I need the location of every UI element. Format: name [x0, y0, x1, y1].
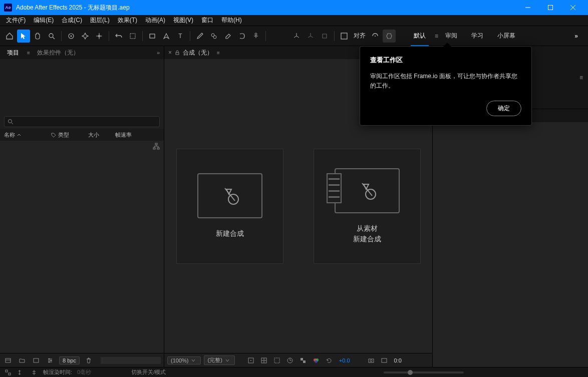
guides-icon[interactable]	[259, 355, 269, 365]
brush-tool[interactable]	[193, 30, 206, 43]
reset-exposure-icon[interactable]	[324, 355, 334, 365]
svg-rect-54	[274, 358, 279, 363]
workspace-default[interactable]: 默认	[407, 27, 433, 45]
effects-presets-body[interactable]	[433, 122, 588, 367]
hand-tool[interactable]	[31, 30, 44, 43]
project-tab-menu-icon[interactable]: ≡	[27, 50, 30, 56]
anchor-tool[interactable]	[93, 30, 106, 43]
col-size-label[interactable]: 大小	[88, 131, 108, 139]
bpc-button[interactable]: 8 bpc	[59, 356, 80, 364]
workspace-tooltip: 查看工作区 审阅工作区包括 Frame.io 面板，可让您与协作者共享您的工作。…	[360, 46, 532, 126]
grid-icon[interactable]	[246, 355, 256, 365]
zoom-slider[interactable]	[384, 371, 464, 373]
window-titlebar: Ae Adobe After Effects 2025 - 无标题项目.aep	[0, 0, 588, 15]
minimize-button[interactable]	[516, 0, 539, 15]
svg-line-23	[311, 36, 313, 38]
interpret-footage-icon[interactable]	[3, 355, 13, 365]
magnification-select[interactable]: (100%)	[167, 356, 201, 364]
pen-tool[interactable]	[160, 30, 173, 43]
project-search[interactable]	[4, 116, 160, 127]
toggle-switches-label[interactable]: 切换开关/模式	[131, 368, 166, 376]
right-panel-menu-icon[interactable]: ≡	[579, 74, 583, 81]
workspace-more[interactable]: »	[567, 33, 585, 40]
project-tab[interactable]: 项目	[4, 47, 22, 59]
panel-overflow-icon[interactable]: »	[157, 50, 160, 56]
lock-icon[interactable]	[175, 50, 180, 55]
expand-icon[interactable]	[17, 368, 25, 376]
3d-axis-world[interactable]	[304, 30, 317, 43]
collapse-icon[interactable]	[30, 368, 38, 376]
workspace-review[interactable]: 审阅	[438, 27, 464, 45]
undo-tool[interactable]	[112, 30, 125, 43]
col-type-label[interactable]: 类型	[58, 131, 69, 139]
3d-axis-local[interactable]	[290, 30, 303, 43]
menu-animation[interactable]: 动画(A)	[141, 15, 169, 26]
eraser-tool[interactable]	[221, 30, 234, 43]
project-item-list[interactable]	[0, 141, 164, 353]
text-tool[interactable]: T	[174, 30, 187, 43]
window-title: Adobe After Effects 2025 - 无标题项目.aep	[16, 4, 516, 12]
menu-view[interactable]: 视图(V)	[169, 15, 197, 26]
comp-tab-menu-icon[interactable]: ≡	[217, 50, 220, 56]
menu-layer[interactable]: 图层(L)	[86, 15, 114, 26]
svg-point-4	[49, 34, 53, 38]
mask-tool[interactable]	[126, 30, 139, 43]
roto-tool[interactable]	[235, 30, 248, 43]
rectangle-tool[interactable]	[146, 30, 159, 43]
maximize-button[interactable]	[539, 0, 561, 15]
menu-composition[interactable]: 合成(C)	[58, 15, 86, 26]
zoom-tool[interactable]	[45, 30, 58, 43]
3d-axis-view[interactable]	[318, 30, 331, 43]
comp-tab-close-icon[interactable]: ×	[168, 49, 172, 56]
new-folder-icon[interactable]	[17, 355, 27, 365]
svg-point-62	[315, 360, 318, 363]
clone-tool[interactable]	[207, 30, 220, 43]
svg-rect-11	[130, 34, 135, 39]
menu-effect[interactable]: 效果(T)	[114, 15, 141, 26]
toolbar: T 对齐 默认 ≡ 审阅 学习 小屏幕 »	[0, 26, 588, 46]
resolution-select[interactable]: (完整)	[204, 355, 234, 365]
workspace-small[interactable]: 小屏幕	[490, 27, 522, 45]
channel-icon[interactable]	[311, 355, 321, 365]
disk-cache-bar	[101, 357, 161, 364]
svg-rect-1	[548, 6, 552, 10]
snapping-options[interactable]	[369, 30, 382, 43]
snapshot-icon[interactable]	[366, 355, 376, 365]
svg-rect-59	[303, 360, 306, 363]
trash-icon[interactable]	[84, 355, 94, 365]
flowchart-icon[interactable]	[153, 143, 160, 150]
extra-tool[interactable]	[383, 30, 396, 43]
settings-icon[interactable]	[45, 355, 55, 365]
zoom-slider-thumb[interactable]	[408, 370, 413, 375]
project-columns: 名称 类型 大小 帧速率	[0, 129, 164, 141]
workspace-menu-icon[interactable]: ≡	[435, 33, 438, 40]
pan-behind-tool[interactable]	[79, 30, 92, 43]
menu-edit[interactable]: 编辑(E)	[30, 15, 58, 26]
menu-file[interactable]: 文件(F)	[2, 15, 30, 26]
sort-arrow-icon	[17, 133, 21, 137]
svg-rect-32	[157, 148, 159, 149]
close-button[interactable]	[561, 0, 584, 15]
time-icon[interactable]	[285, 355, 295, 365]
puppet-tool[interactable]	[249, 30, 262, 43]
new-composition-card[interactable]: 新建合成	[176, 149, 283, 264]
selection-tool[interactable]	[17, 30, 30, 43]
show-snapshot-icon[interactable]	[379, 355, 389, 365]
col-framerate-label[interactable]: 帧速率	[115, 131, 135, 139]
effect-controls-tab[interactable]: 效果控件（无）	[34, 47, 82, 59]
exposure-value[interactable]: +0.0	[339, 357, 350, 363]
col-name-label[interactable]: 名称	[4, 131, 15, 139]
comp-tab-label[interactable]: 合成（无）	[183, 49, 213, 57]
tooltip-ok-button[interactable]: 确定	[486, 101, 521, 116]
workspace-learn[interactable]: 学习	[464, 27, 490, 45]
snap-toggle[interactable]	[338, 30, 351, 43]
home-tool[interactable]	[3, 30, 16, 43]
orbit-tool[interactable]	[65, 30, 78, 43]
new-comp-icon[interactable]	[31, 355, 41, 365]
transparency-icon[interactable]	[298, 355, 308, 365]
toggle-switches-icon[interactable]	[4, 368, 12, 376]
mask-toggle-icon[interactable]	[272, 355, 282, 365]
menu-help[interactable]: 帮助(H)	[217, 15, 246, 26]
new-comp-from-footage-card[interactable]: 从素材新建合成	[314, 149, 421, 264]
menu-window[interactable]: 窗口	[197, 15, 217, 26]
